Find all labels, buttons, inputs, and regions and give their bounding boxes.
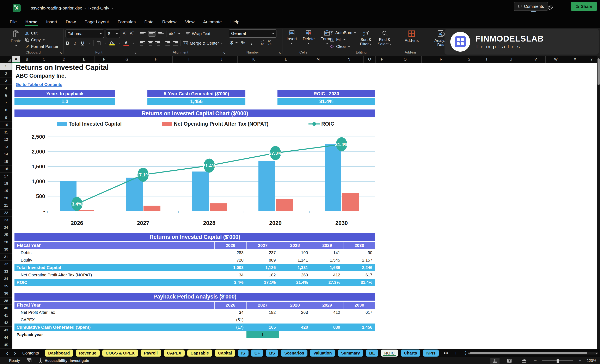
more-tabs-icon[interactable]: •••: [444, 350, 449, 356]
row-header-11[interactable]: 11: [0, 129, 12, 136]
align-center-icon[interactable]: [148, 41, 153, 46]
column-header-y[interactable]: Y: [584, 56, 597, 63]
sheet-tab-contents[interactable]: Contents: [19, 350, 42, 356]
table-row[interactable]: CAPEX(51)----: [14, 316, 375, 324]
cell[interactable]: 1,331: [279, 264, 311, 271]
cell[interactable]: 165: [246, 324, 279, 331]
column-header-f[interactable]: F: [94, 56, 114, 63]
column-header-t[interactable]: T: [478, 56, 496, 63]
sheet-tab-revenue[interactable]: Revenue: [76, 350, 100, 356]
row-header-4[interactable]: 4: [0, 85, 12, 92]
kpi-card-payback[interactable]: Years to payback 1.3: [14, 90, 115, 105]
cell[interactable]: 617: [343, 309, 375, 316]
cut-button[interactable]: Cut: [25, 30, 58, 36]
cell[interactable]: 141: [311, 249, 343, 256]
sheet-tab-capital[interactable]: Capital: [215, 350, 235, 356]
table-row[interactable]: Payback year-1---: [14, 331, 375, 338]
gem-icon[interactable]: [547, 5, 553, 11]
row-header-5[interactable]: 5: [0, 92, 12, 99]
column-header-e[interactable]: E: [74, 56, 94, 63]
column-header-k[interactable]: K: [238, 56, 270, 63]
ribbon-tab-review[interactable]: Review: [158, 16, 181, 28]
find-select-button[interactable]: Find &Select: [375, 30, 394, 50]
row-header-18[interactable]: 18: [0, 180, 12, 187]
decrease-decimal-icon[interactable]: .00→0: [267, 40, 271, 46]
select-all-corner[interactable]: [0, 56, 12, 63]
sheet-tab-captable[interactable]: CapTable: [187, 350, 212, 356]
sheet-tab-capex[interactable]: CAPEX: [164, 350, 185, 356]
column-header-s[interactable]: S: [461, 56, 478, 63]
sheet-tab-is[interactable]: IS: [238, 350, 249, 356]
cell[interactable]: 1,141: [279, 256, 311, 264]
sheet-tab-valuation[interactable]: Valuation: [310, 350, 335, 356]
page-layout-view-button[interactable]: [505, 358, 514, 364]
accessibility-status[interactable]: Accessibility: Investigate: [38, 358, 89, 363]
cell[interactable]: 412: [311, 271, 343, 279]
cell[interactable]: -: [311, 331, 343, 338]
cell[interactable]: 1,545: [311, 256, 343, 264]
font-size-select[interactable]: 8: [106, 29, 120, 38]
row-header-32[interactable]: 32: [0, 261, 12, 268]
scroll-right-arrow[interactable]: ▸: [596, 352, 598, 355]
zoom-level[interactable]: 120%: [587, 359, 596, 363]
table-row[interactable]: Net Operating Profit After Tax (NOPAT)34…: [14, 271, 375, 279]
zoom-slider[interactable]: [542, 361, 573, 361]
align-left-icon[interactable]: [140, 41, 145, 46]
row-header-3[interactable]: 3: [0, 77, 12, 85]
cell[interactable]: -: [279, 316, 311, 324]
row-header-8[interactable]: 8: [0, 107, 12, 114]
table-row[interactable]: ROIC3.4%17.1%21.4%27.3%31.4%: [14, 279, 375, 286]
ribbon-tab-page-layout[interactable]: Page Layout: [80, 16, 113, 28]
align-right-icon[interactable]: [155, 41, 160, 46]
cell[interactable]: 27.3%: [311, 279, 343, 286]
cell[interactable]: -: [343, 316, 375, 324]
decrease-font-icon[interactable]: Aˇ: [129, 31, 134, 36]
copy-button[interactable]: Copy: [25, 37, 58, 43]
cell[interactable]: 1,126: [246, 264, 279, 271]
sheet-tab-be[interactable]: BE: [366, 350, 378, 356]
zoom-slider-thumb[interactable]: [557, 359, 559, 363]
ribbon-tab-help[interactable]: Help: [226, 16, 244, 28]
column-header-i[interactable]: I: [173, 56, 205, 63]
horizontal-scrollbar-thumb[interactable]: [470, 352, 587, 354]
cell[interactable]: 1: [246, 331, 279, 338]
fill-color-button[interactable]: [109, 41, 115, 46]
clear-button[interactable]: Clear: [330, 44, 356, 50]
wrap-text-button[interactable]: Wrap Text: [186, 31, 210, 37]
table-row[interactable]: Total Invested Capital1,0031,1261,3311,6…: [14, 264, 375, 271]
column-header-m[interactable]: M: [302, 56, 334, 63]
column-header-q[interactable]: Q: [389, 56, 422, 63]
ribbon-tab-file[interactable]: File: [5, 16, 21, 28]
kpi-card-roic-2030[interactable]: ROIC - 2030 31.4%: [277, 90, 375, 105]
cell[interactable]: 1,456: [343, 324, 375, 331]
row-header-30[interactable]: 30: [0, 246, 12, 253]
cell[interactable]: 237: [246, 249, 279, 256]
column-header-p[interactable]: P: [376, 56, 389, 63]
align-middle-icon[interactable]: [148, 31, 156, 36]
table-row[interactable]: Cumulative Cash Generated (Spent)(17)165…: [14, 324, 375, 331]
clipboard-dialog-launcher[interactable]: ↘: [59, 51, 62, 55]
font-dialog-launcher[interactable]: ↘: [134, 51, 137, 55]
cell[interactable]: 190: [279, 249, 311, 256]
sheet-tab-cogs-opex[interactable]: COGS & OPEX: [102, 350, 138, 356]
italic-button[interactable]: I: [73, 40, 77, 46]
column-header-g[interactable]: G: [114, 56, 140, 63]
page-break-view-button[interactable]: [519, 358, 528, 364]
normal-view-button[interactable]: [490, 358, 499, 364]
sheet-tab-summary[interactable]: Summary: [338, 350, 363, 356]
sheet-tab-dashboard[interactable]: Dashboard: [45, 350, 73, 356]
macro-record-icon[interactable]: [27, 358, 31, 363]
row-header-36[interactable]: 36: [0, 290, 12, 297]
orientation-button[interactable]: ab: [169, 32, 176, 36]
cell[interactable]: 2,157: [343, 256, 375, 264]
sheet-tab-kpis[interactable]: KPIs: [423, 350, 439, 356]
row-header-33[interactable]: 33: [0, 268, 12, 275]
column-header-d[interactable]: D: [54, 56, 74, 63]
fill-button[interactable]: Fill: [330, 36, 356, 43]
decrease-indent-icon[interactable]: [165, 41, 170, 46]
table-row[interactable]: Net Profit After Tax34182263412617: [14, 309, 375, 316]
font-name-select[interactable]: Tahoma: [66, 29, 104, 38]
column-header-a[interactable]: A: [12, 56, 20, 63]
cell[interactable]: -: [214, 331, 246, 338]
vertical-scrollbar-thumb[interactable]: [598, 58, 600, 85]
